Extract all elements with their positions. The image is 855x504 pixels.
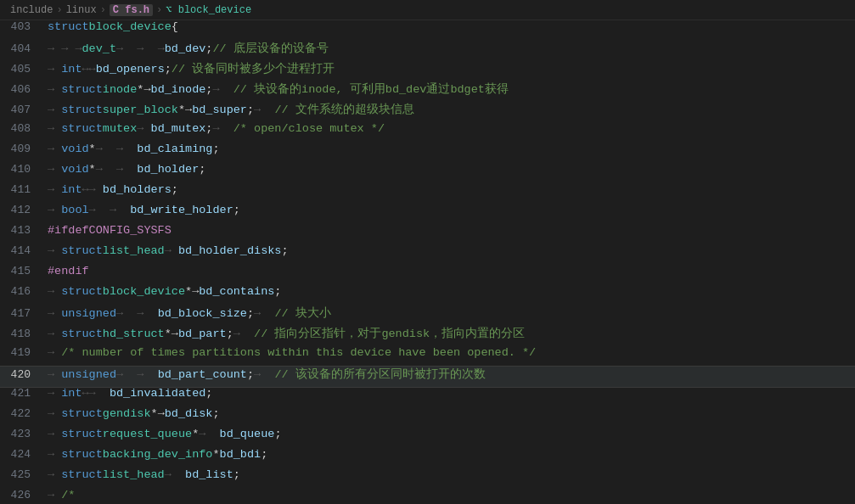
line-num-409: 409: [0, 143, 44, 155]
line-num-424: 424: [0, 448, 44, 461]
code-line-411: 411 → int↔→ bd_holders;: [0, 183, 855, 204]
line-num-425: 425: [0, 468, 44, 481]
line-num-421: 421: [0, 387, 44, 400]
line-content-406: → struct inode *→ bd_inode;→ // 块设备的inod…: [44, 81, 855, 97]
code-line-406: 406 → struct inode *→ bd_inode;→ // 块设备的…: [0, 81, 855, 102]
line-content-423: → struct request_queue *→ bd_queue;: [44, 428, 855, 440]
line-content-415: #endif: [44, 265, 855, 277]
code-editor: 403 struct block_device { 404 → → → dev_…: [0, 20, 855, 504]
line-content-425: → struct list_head→ bd_list;: [44, 468, 855, 481]
code-line-420: 420 → unsigned→ → bd_part_count;→ // 该设备…: [0, 367, 855, 387]
line-num-412: 412: [0, 204, 44, 216]
code-line-422: 422 → struct gendisk *→ bd_disk;: [0, 407, 855, 428]
line-num-407: 407: [0, 104, 44, 116]
line-num-411: 411: [0, 183, 44, 196]
line-content-404: → → → dev_t→ → → bd_dev;// 底层设备的设备号: [44, 41, 855, 56]
line-num-404: 404: [0, 42, 44, 55]
line-num-414: 414: [0, 244, 44, 257]
line-content-403: struct block_device {: [44, 20, 855, 33]
code-line-426: 426 → /*: [0, 489, 855, 504]
line-content-418: → struct hd_struct *→ bd_part;→ // 指向分区指…: [44, 326, 855, 341]
line-num-415: 415: [0, 265, 44, 277]
line-num-413: 413: [0, 224, 44, 237]
line-num-403: 403: [0, 20, 44, 33]
line-content-413: #ifdef CONFIG_SYSFS: [44, 224, 855, 237]
code-line-412: 412 → bool→ → bd_write_holder;: [0, 204, 855, 224]
code-line-403: 403 struct block_device {: [0, 20, 855, 41]
line-content-414: → struct list_head→ bd_holder_disks;: [44, 244, 855, 257]
code-line-405: 405 → int↔↔ bd_openers;// 设备同时被多少个进程打开: [0, 61, 855, 81]
line-content-420: → unsigned→ → bd_part_count;→ // 该设备的所有分…: [44, 367, 855, 382]
code-line-407: 407 → struct super_block *→ bd_super;→ /…: [0, 102, 855, 122]
line-num-417: 417: [0, 307, 44, 320]
line-num-416: 416: [0, 285, 44, 298]
line-num-420: 420: [0, 368, 44, 381]
line-num-426: 426: [0, 489, 44, 501]
code-line-414: 414 → struct list_head→ bd_holder_disks;: [0, 244, 855, 265]
code-line-419: 419 → /* number of times partitions with…: [0, 346, 855, 367]
code-line-416: 416 → struct block_device *→ bd_contains…: [0, 285, 855, 305]
line-content-410: → void *→ → bd_holder;: [44, 163, 855, 176]
bc-sep-1: ›: [56, 4, 62, 16]
line-num-419: 419: [0, 346, 44, 359]
line-content-409: → void *→ → bd_claiming;: [44, 143, 855, 155]
breadcrumb: include › linux › C fs.h › ⌥ block_devic…: [0, 0, 855, 20]
line-content-408: → struct mutex→ bd_mutex;→ /* open/close…: [44, 122, 855, 135]
line-num-406: 406: [0, 83, 44, 96]
code-line-418: 418 → struct hd_struct *→ bd_part;→ // 指…: [0, 326, 855, 346]
code-line-424: 424 → struct backing_dev_info *bd_bdi;: [0, 448, 855, 468]
code-line-408: 408 → struct mutex→ bd_mutex;→ /* open/c…: [0, 122, 855, 143]
line-content-426: → /*: [44, 489, 855, 501]
line-content-419: → /* number of times partitions within t…: [44, 346, 855, 359]
line-content-407: → struct super_block *→ bd_super;→ // 文件…: [44, 102, 855, 117]
line-num-423: 423: [0, 428, 44, 440]
line-content-411: → int↔→ bd_holders;: [44, 183, 855, 196]
line-content-412: → bool→ → bd_write_holder;: [44, 204, 855, 216]
line-num-405: 405: [0, 63, 44, 76]
line-num-422: 422: [0, 407, 44, 420]
line-content-421: → int↔→ bd_invalidated;: [44, 387, 855, 400]
line-content-422: → struct gendisk *→ bd_disk;: [44, 407, 855, 420]
line-num-408: 408: [0, 122, 44, 135]
breadcrumb-include[interactable]: include: [10, 4, 53, 16]
line-content-405: → int↔↔ bd_openers;// 设备同时被多少个进程打开: [44, 61, 855, 76]
code-line-415: 415 #endif: [0, 265, 855, 285]
code-line-425: 425 → struct list_head→ bd_list;: [0, 468, 855, 489]
code-line-410: 410 → void *→ → bd_holder;: [0, 163, 855, 183]
code-line-421: 421 → int↔→ bd_invalidated;: [0, 387, 855, 407]
line-content-424: → struct backing_dev_info *bd_bdi;: [44, 448, 855, 461]
code-line-404: 404 → → → dev_t→ → → bd_dev;// 底层设备的设备号: [0, 41, 855, 61]
line-content-416: → struct block_device *→ bd_contains;: [44, 285, 855, 298]
code-line-417: 417 → unsigned→ → bd_block_size;→ // 块大小: [0, 305, 855, 326]
line-num-410: 410: [0, 163, 44, 176]
code-line-409: 409 → void *→ → bd_claiming;: [0, 143, 855, 163]
breadcrumb-linux[interactable]: linux: [66, 4, 97, 16]
bc-sep-2: ›: [100, 4, 106, 16]
breadcrumb-symbol[interactable]: ⌥ block_device: [166, 3, 251, 16]
line-num-418: 418: [0, 328, 44, 340]
bc-sep-3: ›: [156, 4, 162, 16]
line-content-417: → unsigned→ → bd_block_size;→ // 块大小: [44, 305, 855, 321]
breadcrumb-file[interactable]: C fs.h: [110, 4, 153, 16]
code-line-413: 413 #ifdef CONFIG_SYSFS: [0, 224, 855, 244]
code-line-423: 423 → struct request_queue *→ bd_queue;: [0, 428, 855, 448]
